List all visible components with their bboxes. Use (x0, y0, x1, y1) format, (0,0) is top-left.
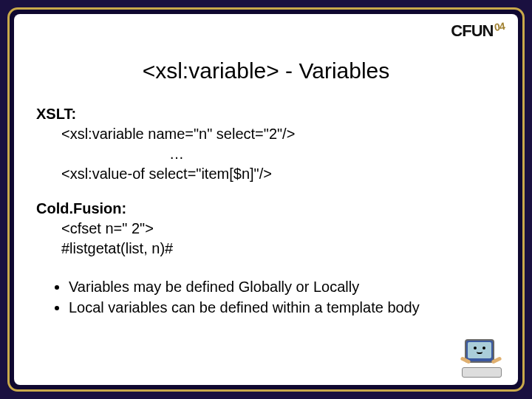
bullet-list: Variables may be defined Globally or Loc… (36, 276, 496, 318)
slide-frame: CFUN04 <xsl:variable> - Variables XSLT: … (0, 0, 532, 399)
bullet-item: Local variables can be defined within a … (69, 297, 496, 318)
spacer (36, 184, 496, 199)
slide-title: <xsl:variable> - Variables (36, 58, 496, 83)
computer-mascot-icon (462, 336, 506, 378)
cfun-logo: CFUN04 (451, 21, 505, 41)
logo-c: C (451, 21, 462, 41)
cf-line-2: #listgetat(list, n)# (36, 239, 496, 259)
xslt-label: XSLT: (36, 104, 496, 124)
logo-fun: FUN (462, 21, 493, 41)
slide-content: CFUN04 <xsl:variable> - Variables XSLT: … (14, 14, 518, 385)
slide-border: CFUN04 <xsl:variable> - Variables XSLT: … (7, 7, 525, 392)
cf-line-1: <cfset n=" 2"> (36, 219, 496, 239)
slide-body: XSLT: <xsl:variable name="n" select="2"/… (36, 104, 496, 318)
xslt-line-1: <xsl:variable name="n" select="2"/> (36, 124, 496, 144)
cf-label: Cold.Fusion: (36, 199, 496, 219)
logo-year: 04 (494, 20, 505, 33)
xslt-ellipsis: … (36, 144, 496, 164)
xslt-line-2: <xsl:value-of select="item[$n]"/> (36, 164, 496, 184)
bullet-item: Variables may be defined Globally or Loc… (69, 276, 496, 297)
